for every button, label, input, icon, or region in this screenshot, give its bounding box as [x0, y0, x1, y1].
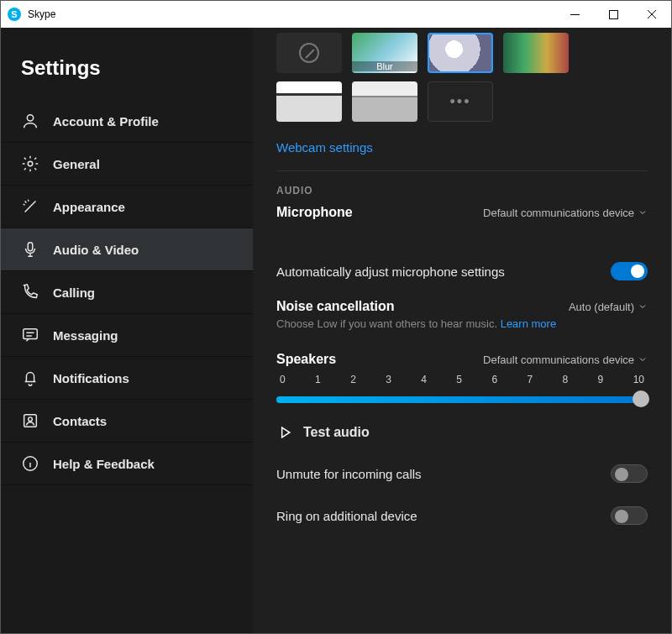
- chevron-down-icon: [638, 354, 648, 364]
- slider-ticks: 0 1 2 3 4 5 6 7 8 9 10: [276, 374, 648, 385]
- background-tile[interactable]: [352, 81, 417, 122]
- unmute-toggle[interactable]: [611, 464, 648, 483]
- sidebar-item-calling[interactable]: Calling: [1, 271, 253, 314]
- test-audio-button[interactable]: Test audio: [276, 424, 648, 441]
- noise-cancel-heading: Noise cancellation: [276, 299, 395, 314]
- learn-more-link[interactable]: Learn more: [501, 317, 556, 330]
- play-icon: [276, 424, 293, 441]
- speaker-volume-slider[interactable]: 0 1 2 3 4 5 6 7 8 9 10: [276, 374, 648, 407]
- background-tiles-row: Blur: [276, 33, 648, 73]
- close-button[interactable]: [633, 1, 671, 28]
- background-none-tile[interactable]: [276, 33, 342, 73]
- sidebar-item-label: Help & Feedback: [53, 457, 155, 471]
- chevron-down-icon: [638, 207, 648, 217]
- microphone-icon: [21, 240, 39, 259]
- titlebar: S Skype: [1, 1, 671, 28]
- microphone-device-dropdown[interactable]: Default communications device: [483, 207, 648, 219]
- ring-toggle[interactable]: [611, 506, 648, 525]
- svg-rect-0: [609, 10, 617, 18]
- info-icon: [21, 454, 39, 473]
- phone-icon: [21, 283, 39, 301]
- test-audio-label: Test audio: [303, 425, 370, 440]
- sidebar-item-label: Contacts: [53, 414, 107, 428]
- sidebar-item-audio-video[interactable]: Audio & Video: [1, 228, 253, 271]
- svg-point-1: [27, 115, 33, 121]
- none-icon: [299, 43, 319, 63]
- microphone-heading: Microphone: [276, 205, 353, 220]
- settings-title: Settings: [1, 48, 253, 100]
- auto-adjust-toggle[interactable]: [611, 262, 648, 280]
- background-tiles-row: •••: [276, 81, 648, 122]
- chat-icon: [21, 326, 39, 344]
- sidebar-item-help[interactable]: Help & Feedback: [1, 443, 253, 485]
- background-tile[interactable]: [276, 81, 342, 122]
- sidebar-item-label: Messaging: [53, 328, 118, 343]
- background-tile[interactable]: [503, 33, 569, 73]
- minimize-button[interactable]: [555, 1, 594, 28]
- person-icon: [21, 112, 39, 130]
- noise-cancel-sub: Choose Low if you want others to hear mu…: [276, 317, 648, 330]
- audio-section: AUDIO Microphone Default communications …: [276, 170, 648, 525]
- dropdown-value: Default communications device: [483, 207, 634, 219]
- app-window: S Skype Settings Account & Profile Gener…: [0, 0, 672, 634]
- auto-adjust-label: Automatically adjust microphone settings: [276, 265, 505, 279]
- chevron-down-icon: [638, 301, 648, 312]
- body: Settings Account & Profile General Appea…: [1, 28, 671, 633]
- unmute-label: Unmute for incoming calls: [276, 467, 422, 481]
- background-tile[interactable]: [428, 33, 493, 73]
- sidebar-item-notifications[interactable]: Notifications: [1, 357, 253, 400]
- sidebar-item-label: General: [53, 157, 100, 171]
- bell-icon: [21, 369, 39, 387]
- speakers-heading: Speakers: [276, 352, 336, 367]
- window-title: Skype: [28, 8, 555, 20]
- background-blur-tile[interactable]: Blur: [352, 33, 417, 73]
- background-more-tile[interactable]: •••: [428, 81, 493, 122]
- speakers-device-dropdown[interactable]: Default communications device: [483, 354, 648, 366]
- skype-logo-icon: S: [8, 8, 21, 21]
- wand-icon: [21, 197, 39, 216]
- slider-thumb[interactable]: [633, 390, 649, 407]
- dropdown-value: Default communications device: [483, 354, 634, 366]
- maximize-button[interactable]: [594, 1, 633, 28]
- svg-rect-3: [28, 243, 33, 251]
- main-panel: Blur ••• Webcam settings AUDIO Microphon…: [253, 28, 671, 633]
- noise-cancel-dropdown[interactable]: Auto (default): [569, 301, 648, 313]
- svg-point-2: [28, 161, 33, 166]
- sidebar-item-account[interactable]: Account & Profile: [1, 100, 253, 143]
- webcam-settings-link[interactable]: Webcam settings: [276, 140, 373, 155]
- sidebar-item-label: Calling: [53, 286, 95, 300]
- slider-fill: [276, 396, 639, 403]
- sidebar-item-general[interactable]: General: [1, 143, 253, 186]
- svg-rect-4: [24, 329, 38, 339]
- sidebar-item-appearance[interactable]: Appearance: [1, 186, 253, 228]
- audio-section-label: AUDIO: [276, 185, 648, 196]
- sidebar-item-label: Audio & Video: [53, 243, 139, 257]
- tile-label: Blur: [352, 61, 417, 71]
- gear-icon: [21, 155, 39, 173]
- svg-point-6: [29, 417, 33, 422]
- sidebar: Settings Account & Profile General Appea…: [1, 28, 253, 633]
- sidebar-item-contacts[interactable]: Contacts: [1, 400, 253, 443]
- sidebar-item-label: Account & Profile: [53, 114, 159, 128]
- contacts-icon: [21, 411, 39, 430]
- sidebar-item-label: Appearance: [53, 200, 125, 214]
- dropdown-value: Auto (default): [569, 301, 634, 313]
- ring-label: Ring on additional device: [276, 509, 417, 523]
- sidebar-item-messaging[interactable]: Messaging: [1, 314, 253, 357]
- sidebar-item-label: Notifications: [53, 371, 129, 385]
